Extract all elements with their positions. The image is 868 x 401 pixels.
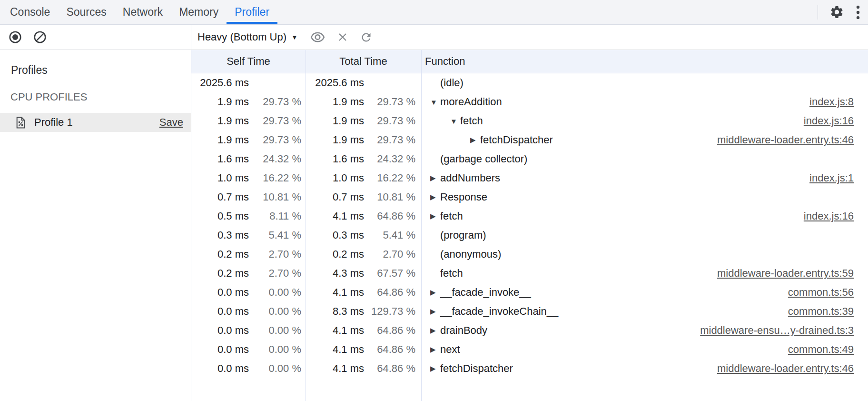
function-cell: ▶ fetchDispatcher middleware-loader.entr… <box>421 362 868 375</box>
table-row[interactable]: 2025.6 ms 2025.6 ms (idle) <box>191 73 868 92</box>
column-header-total-time[interactable]: Total Time <box>306 50 421 73</box>
function-name[interactable]: drainBody <box>440 324 487 337</box>
disclosure-triangle-icon[interactable]: ▶ <box>470 136 480 144</box>
record-icon[interactable] <box>8 30 22 44</box>
disclosure-triangle-icon[interactable]: ▶ <box>430 288 440 297</box>
table-row[interactable]: 0.3 ms 5.41 % 0.3 ms 5.41 % (program) <box>191 226 868 245</box>
self-time-cell: 1.9 ms 29.73 % <box>191 111 306 130</box>
function-name[interactable]: fetch <box>440 210 463 222</box>
function-name[interactable]: fetch <box>440 267 463 280</box>
source-location-link[interactable]: middleware-loader.entry.ts:59 <box>717 267 854 280</box>
function-name[interactable]: (idle) <box>440 77 464 89</box>
save-profile-link[interactable]: Save <box>159 116 183 129</box>
table-row[interactable]: 1.6 ms 24.32 % 1.6 ms 24.32 % (garbage c… <box>191 150 868 169</box>
self-time-ms: 0.0 ms <box>191 324 249 337</box>
table-row[interactable]: 0.2 ms 2.70 % 4.3 ms 67.57 % fetch middl… <box>191 264 868 283</box>
tab-console[interactable]: Console <box>2 0 58 24</box>
table-row[interactable]: 0.7 ms 10.81 % 0.7 ms 10.81 % ▶ Response <box>191 188 868 207</box>
chevron-down-icon: ▼ <box>291 33 298 41</box>
column-header-function[interactable]: Function <box>421 50 868 73</box>
disclosure-triangle-icon[interactable]: ▶ <box>430 193 440 201</box>
table-row[interactable]: 0.0 ms 0.00 % 8.3 ms 129.73 % ▶ __facade… <box>191 302 868 321</box>
disclosure-triangle-icon[interactable]: ▶ <box>430 212 440 221</box>
source-location-link[interactable]: index.js:16 <box>804 210 854 222</box>
disclosure-triangle-icon[interactable]: ▼ <box>450 117 460 125</box>
column-header-self-time[interactable]: Self Time <box>191 50 306 73</box>
source-location-link[interactable]: middleware-loader.entry.ts:46 <box>717 134 854 146</box>
disclosure-triangle-icon[interactable]: ▼ <box>430 98 440 106</box>
total-time-cell: 4.1 ms 64.86 % <box>306 207 421 226</box>
view-mode-value: Heavy (Bottom Up) <box>197 31 286 43</box>
function-name[interactable]: fetchDispatcher <box>440 362 513 375</box>
source-location-link[interactable]: common.ts:56 <box>788 286 854 299</box>
self-time-pct: 16.22 % <box>249 172 301 184</box>
self-time-ms: 0.0 ms <box>191 343 249 356</box>
profiles-heading: Profiles <box>0 63 191 77</box>
self-time-cell: 0.2 ms 2.70 % <box>191 245 306 264</box>
grid-body: 2025.6 ms 2025.6 ms (idle) 1.9 ms 29.73 … <box>191 73 868 378</box>
function-cell: ▶ fetchDispatcher middleware-loader.entr… <box>421 134 868 146</box>
source-location-link[interactable]: middleware-ensu…y-drained.ts:3 <box>700 324 854 337</box>
total-time-cell: 8.3 ms 129.73 % <box>306 302 421 321</box>
settings-gear-icon[interactable] <box>829 5 844 20</box>
table-row[interactable]: 0.0 ms 0.00 % 4.1 ms 64.86 % ▶ __facade_… <box>191 283 868 302</box>
total-time-pct: 64.86 % <box>364 286 415 299</box>
tab-profiler[interactable]: Profiler <box>227 0 277 24</box>
disclosure-triangle-icon[interactable]: ▶ <box>430 364 440 373</box>
function-cell: ▶ drainBody middleware-ensu…y-drained.ts… <box>421 324 868 337</box>
total-time-pct: 67.57 % <box>364 267 415 280</box>
self-time-pct: 0.00 % <box>249 324 301 337</box>
table-row[interactable]: 0.0 ms 0.00 % 4.1 ms 64.86 % ▶ next comm… <box>191 340 868 359</box>
total-time-cell: 1.9 ms 29.73 % <box>306 130 421 150</box>
clear-icon[interactable] <box>33 30 47 44</box>
exclude-x-icon[interactable] <box>336 31 349 43</box>
function-name[interactable]: (program) <box>440 229 486 241</box>
table-row[interactable]: 1.9 ms 29.73 % 1.9 ms 29.73 % ▼ moreAddi… <box>191 92 868 111</box>
function-name[interactable]: addNumbers <box>440 172 500 184</box>
disclosure-triangle-icon[interactable]: ▶ <box>430 326 440 335</box>
restore-refresh-icon[interactable] <box>360 31 373 44</box>
table-row[interactable]: 1.0 ms 16.22 % 1.0 ms 16.22 % ▶ addNumbe… <box>191 169 868 188</box>
self-time-cell: 1.6 ms 24.32 % <box>191 150 306 169</box>
view-mode-dropdown[interactable]: Heavy (Bottom Up) ▼ <box>197 31 298 43</box>
function-name[interactable]: next <box>440 343 460 356</box>
source-location-link[interactable]: index.js:16 <box>804 115 854 127</box>
tab-network[interactable]: Network <box>115 0 171 24</box>
kebab-menu-icon[interactable] <box>856 5 860 20</box>
devtools-tabbar: Console Sources Network Memory Profiler <box>0 0 868 25</box>
source-location-link[interactable]: index.js:8 <box>809 96 854 108</box>
function-name[interactable]: (anonymous) <box>440 248 501 261</box>
table-row[interactable]: 0.5 ms 8.11 % 4.1 ms 64.86 % ▶ fetch ind… <box>191 207 868 226</box>
function-name[interactable]: __facade_invoke__ <box>440 286 531 299</box>
disclosure-triangle-icon[interactable]: ▶ <box>430 345 440 354</box>
total-time-pct: 64.86 % <box>364 324 415 337</box>
profile-list-item-selected[interactable]: Profile 1 Save <box>0 113 191 132</box>
function-name[interactable]: moreAddition <box>440 96 502 108</box>
function-name[interactable]: Response <box>440 191 487 203</box>
self-time-ms: 2025.6 ms <box>191 77 249 89</box>
focus-eye-icon[interactable] <box>310 31 326 43</box>
disclosure-triangle-icon[interactable]: ▶ <box>430 307 440 316</box>
function-name[interactable]: (garbage collector) <box>440 153 527 165</box>
function-name[interactable]: fetch <box>460 115 483 127</box>
total-time-ms: 1.0 ms <box>306 172 364 184</box>
source-location-link[interactable]: common.ts:49 <box>788 343 854 356</box>
total-time-pct: 64.86 % <box>364 343 415 356</box>
self-time-ms: 0.2 ms <box>191 267 249 280</box>
grid-header-row: Self Time Total Time Function <box>191 50 868 73</box>
disclosure-triangle-icon[interactable]: ▶ <box>430 174 440 182</box>
tab-sources[interactable]: Sources <box>58 0 114 24</box>
tab-memory[interactable]: Memory <box>171 0 227 24</box>
table-row[interactable]: 0.2 ms 2.70 % 0.2 ms 2.70 % (anonymous) <box>191 245 868 264</box>
table-row[interactable]: 0.0 ms 0.00 % 4.1 ms 64.86 % ▶ fetchDisp… <box>191 359 868 378</box>
table-row[interactable]: 0.0 ms 0.00 % 4.1 ms 64.86 % ▶ drainBody… <box>191 321 868 340</box>
source-location-link[interactable]: middleware-loader.entry.ts:46 <box>717 362 854 375</box>
source-location-link[interactable]: common.ts:39 <box>788 305 854 318</box>
table-row[interactable]: 1.9 ms 29.73 % 1.9 ms 29.73 % ▶ fetchDis… <box>191 130 868 150</box>
tabbar-right-controls <box>818 0 868 24</box>
table-row[interactable]: 1.9 ms 29.73 % 1.9 ms 29.73 % ▼ fetch in… <box>191 111 868 130</box>
function-name[interactable]: fetchDispatcher <box>480 134 553 146</box>
source-location-link[interactable]: index.js:1 <box>809 172 854 184</box>
total-time-cell: 4.1 ms 64.86 % <box>306 321 421 340</box>
function-name[interactable]: __facade_invokeChain__ <box>440 305 558 318</box>
